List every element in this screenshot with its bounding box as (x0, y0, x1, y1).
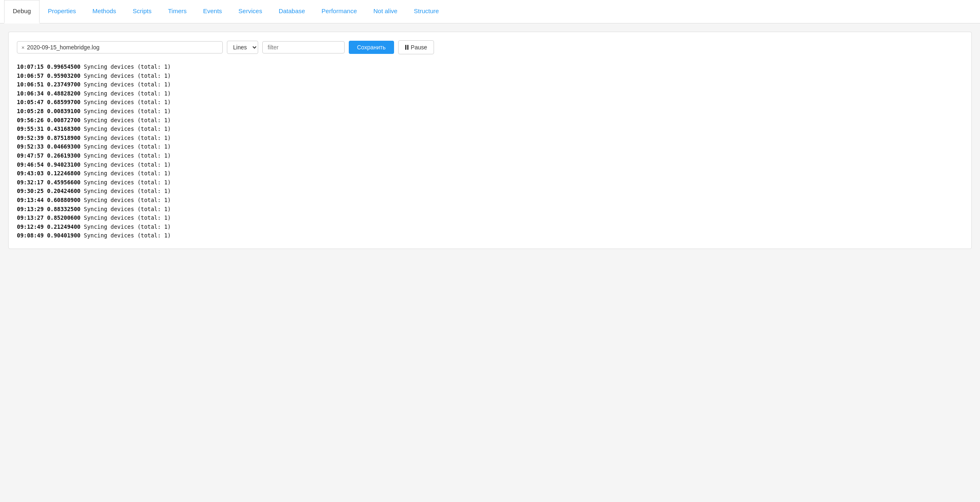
log-message: Syncing devices (total: 1) (84, 232, 171, 239)
log-value: 0.94023100 (47, 161, 80, 168)
tab-methods[interactable]: Methods (84, 0, 125, 23)
tab-debug[interactable]: Debug (4, 0, 40, 23)
log-message: Syncing devices (total: 1) (84, 117, 171, 123)
log-line: 10:06:57 0.95903200 Syncing devices (tot… (17, 72, 963, 81)
log-message: Syncing devices (total: 1) (84, 152, 171, 159)
save-button[interactable]: Сохранить (349, 41, 394, 54)
log-message: Syncing devices (total: 1) (84, 108, 171, 114)
log-line: 09:47:57 0.26619300 Syncing devices (tot… (17, 151, 963, 160)
tab-timers[interactable]: Timers (160, 0, 195, 23)
log-message: Syncing devices (total: 1) (84, 197, 171, 203)
tab-events[interactable]: Events (195, 0, 230, 23)
tab-database[interactable]: Database (271, 0, 313, 23)
log-line: 09:32:17 0.45956600 Syncing devices (tot… (17, 178, 963, 187)
log-line: 09:13:44 0.60880900 Syncing devices (tot… (17, 196, 963, 205)
log-timestamp: 09:30:25 (17, 188, 44, 194)
log-value: 0.00872700 (47, 117, 80, 123)
log-line: 09:12:49 0.21249400 Syncing devices (tot… (17, 223, 963, 232)
log-message: Syncing devices (total: 1) (84, 126, 171, 132)
log-message: Syncing devices (total: 1) (84, 214, 171, 221)
lines-select[interactable]: Lines (227, 41, 258, 54)
log-timestamp: 10:06:57 (17, 72, 44, 79)
log-message: Syncing devices (total: 1) (84, 135, 171, 141)
log-line: 09:13:27 0.85200600 Syncing devices (tot… (17, 214, 963, 223)
log-line: 09:52:33 0.04669300 Syncing devices (tot… (17, 142, 963, 151)
log-timestamp: 09:13:44 (17, 197, 44, 203)
log-line: 10:06:51 0.23749700 Syncing devices (tot… (17, 80, 963, 89)
log-message: Syncing devices (total: 1) (84, 223, 171, 230)
log-timestamp: 09:13:29 (17, 206, 44, 212)
log-timestamp: 10:07:15 (17, 63, 44, 70)
log-value: 0.26619300 (47, 152, 80, 159)
log-line: 09:43:03 0.12246800 Syncing devices (tot… (17, 169, 963, 178)
log-line: 09:08:49 0.90401900 Syncing devices (tot… (17, 231, 963, 240)
log-value: 0.48828200 (47, 90, 80, 97)
log-value: 0.45956600 (47, 179, 80, 186)
log-timestamp: 10:05:47 (17, 99, 44, 105)
log-line: 09:46:54 0.94023100 Syncing devices (tot… (17, 160, 963, 170)
log-message: Syncing devices (total: 1) (84, 206, 171, 212)
tab-services[interactable]: Services (230, 0, 271, 23)
log-message: Syncing devices (total: 1) (84, 63, 171, 70)
tab-scripts[interactable]: Scripts (124, 0, 160, 23)
log-timestamp: 09:52:39 (17, 135, 44, 141)
log-line: 10:05:28 0.00839100 Syncing devices (tot… (17, 107, 963, 116)
log-timestamp: 09:13:27 (17, 214, 44, 221)
log-line: 09:52:39 0.87518900 Syncing devices (tot… (17, 134, 963, 143)
log-message: Syncing devices (total: 1) (84, 81, 171, 88)
pause-icon (405, 45, 408, 50)
pause-bar-1 (405, 45, 406, 50)
log-value: 0.20424600 (47, 188, 80, 194)
log-timestamp: 09:55:31 (17, 126, 44, 132)
log-value: 0.00839100 (47, 108, 80, 114)
log-timestamp: 09:43:03 (17, 170, 44, 177)
log-value: 0.85200600 (47, 214, 80, 221)
log-timestamp: 09:56:26 (17, 117, 44, 123)
log-value: 0.04669300 (47, 143, 80, 150)
log-timestamp: 09:32:17 (17, 179, 44, 186)
file-tag-close[interactable]: × (21, 44, 25, 51)
tab-structure[interactable]: Structure (406, 0, 447, 23)
log-timestamp: 09:08:49 (17, 232, 44, 239)
file-tag: × 2020-09-15_homebridge.log (17, 41, 223, 53)
toolbar: × 2020-09-15_homebridge.log Lines Сохран… (17, 40, 963, 54)
log-value: 0.68599700 (47, 99, 80, 105)
log-line: 10:05:47 0.68599700 Syncing devices (tot… (17, 98, 963, 107)
tab-bar: DebugPropertiesMethodsScriptsTimersEvent… (0, 0, 980, 23)
tab-not_alive[interactable]: Not alive (365, 0, 406, 23)
log-message: Syncing devices (total: 1) (84, 90, 171, 97)
main-content: × 2020-09-15_homebridge.log Lines Сохран… (0, 23, 980, 501)
log-message: Syncing devices (total: 1) (84, 188, 171, 194)
log-value: 0.21249400 (47, 223, 80, 230)
filter-input[interactable] (262, 41, 345, 53)
log-value: 0.87518900 (47, 135, 80, 141)
pause-label: Pause (411, 44, 427, 51)
log-value: 0.23749700 (47, 81, 80, 88)
log-value: 0.60880900 (47, 197, 80, 203)
log-timestamp: 10:05:28 (17, 108, 44, 114)
log-timestamp: 10:06:51 (17, 81, 44, 88)
pause-button[interactable]: Pause (398, 40, 434, 54)
log-value: 0.90401900 (47, 232, 80, 239)
log-value: 0.95903200 (47, 72, 80, 79)
log-message: Syncing devices (total: 1) (84, 143, 171, 150)
log-timestamp: 10:06:34 (17, 90, 44, 97)
tab-properties[interactable]: Properties (40, 0, 84, 23)
log-line: 09:55:31 0.43168300 Syncing devices (tot… (17, 125, 963, 134)
log-timestamp: 09:12:49 (17, 223, 44, 230)
log-message: Syncing devices (total: 1) (84, 99, 171, 105)
log-line: 10:06:34 0.48828200 Syncing devices (tot… (17, 89, 963, 98)
log-message: Syncing devices (total: 1) (84, 72, 171, 79)
log-message: Syncing devices (total: 1) (84, 161, 171, 168)
log-timestamp: 09:46:54 (17, 161, 44, 168)
log-value: 0.88332500 (47, 206, 80, 212)
log-timestamp: 09:52:33 (17, 143, 44, 150)
tab-performance[interactable]: Performance (313, 0, 365, 23)
pause-bar-2 (407, 45, 408, 50)
log-entries: 10:07:15 0.99654500 Syncing devices (tot… (17, 63, 963, 240)
log-line: 09:56:26 0.00872700 Syncing devices (tot… (17, 116, 963, 125)
file-tag-name: 2020-09-15_homebridge.log (27, 44, 100, 51)
log-value: 0.99654500 (47, 63, 80, 70)
log-value: 0.43168300 (47, 126, 80, 132)
log-message: Syncing devices (total: 1) (84, 170, 171, 177)
